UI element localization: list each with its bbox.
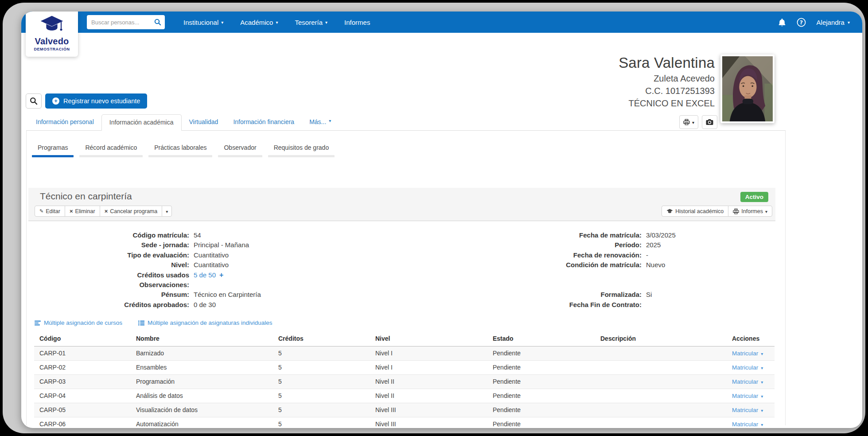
subtab-requisitos-grado[interactable]: Requisitos de grado [268,144,335,157]
tab-virtualidad[interactable]: Virtualidad [182,114,226,130]
academic-subtabs: Programas Récord académico Prácticas lab… [32,144,340,157]
matricular-button[interactable]: Matricular▾ [732,350,763,357]
graduation-cap-logo-icon [40,15,64,34]
chevron-down-icon: ▾ [761,409,763,413]
menu-academico[interactable]: Académico▾ [240,19,278,26]
menu-institucional[interactable]: Institucional▾ [183,19,223,26]
col-nombre: Nombre [131,331,273,346]
fecha-renovacion-value: - [646,251,648,259]
logo-subtitle: DEMOSTRACIÓN [26,47,78,51]
col-estado: Estado [487,331,595,346]
col-acciones: Acciones [727,331,775,346]
program-details-right: Fecha de matrícula:3/03/2025 Período:202… [479,231,676,311]
student-actions: + Registrar nuevo estudiante [26,93,147,109]
user-name: Alejandra [817,19,845,26]
multiple-course-assignment-link[interactable]: Múltiple asignación de cursos [35,319,122,326]
fecha-matricula-value: 3/03/2025 [646,231,676,239]
table-row: CARP-04Análisis de datos5Nivel IIPendien… [34,389,775,403]
subtab-observador[interactable]: Observador [218,144,262,157]
user-menu[interactable]: Alejandra▾ [817,19,850,26]
edit-program-button[interactable]: ✎Editar [35,206,65,217]
matricular-button[interactable]: Matricular▾ [732,421,763,428]
chevron-down-icon: ▾ [329,119,331,131]
tab-informacion-financiera[interactable]: Información financiera [226,114,302,130]
menu-tesoreria[interactable]: Tesorería▾ [295,19,327,26]
printer-icon [733,208,739,214]
photo-camera-button[interactable] [702,115,717,129]
pencil-icon: ✎ [39,209,43,214]
chevron-down-icon: ▾ [325,20,327,25]
program-toolbar-right: Historial académico Informes ▾ [662,206,772,217]
multiple-subject-assignment-link[interactable]: Múltiple asignación de asignaturas indiv… [138,319,272,326]
courses-table: Código Nombre Créditos Nivel Estado Desc… [34,331,775,428]
col-nivel: Nivel [370,331,487,346]
program-title: Técnico en carpintería [40,191,132,202]
matricular-button[interactable]: Matricular▾ [732,378,763,385]
chevron-down-icon: ▾ [276,20,278,25]
device-frame: Institucional▾ Académico▾ Tesorería▾ Inf… [3,3,865,433]
list-icon [138,320,144,326]
matricular-button[interactable]: Matricular▾ [732,393,763,399]
main-tabs: Información personal Información académi… [26,114,786,131]
table-row: CARP-05Visualización de datos5Nivel IIIP… [34,403,775,417]
header-buttons: ▾ [679,115,717,129]
svg-text:?: ? [799,19,802,25]
menu-informes[interactable]: Informes [344,19,370,26]
creditos-aprobados-value: 0 de 30 [194,301,216,308]
chevron-down-icon: ▾ [761,394,763,399]
col-descripcion: Descripción [595,331,727,346]
tab-informacion-academica[interactable]: Información académica [101,114,182,131]
student-photo [720,54,775,123]
pensum-value: Técnico en Carpintería [194,291,261,298]
student-document: C.C. 1017251393 [493,85,715,97]
student-photo-image [722,56,773,121]
student-program-label: TÉCNICO EN EXCEL [493,97,715,109]
top-navbar: Institucional▾ Académico▾ Tesorería▾ Inf… [21,12,862,33]
col-codigo: Código [34,331,131,346]
chevron-down-icon: ▾ [166,210,168,214]
subtab-programas[interactable]: Programas [32,144,74,157]
graduation-cap-icon [666,209,673,214]
close-icon: × [105,208,108,214]
matricular-button[interactable]: Matricular▾ [732,364,763,371]
search-icon [30,97,38,105]
reports-button[interactable]: Informes ▾ [728,206,772,217]
app-window: Institucional▾ Académico▾ Tesorería▾ Inf… [21,12,862,428]
condicion-matricula-value: Nuevo [646,261,665,269]
tab-informacion-personal[interactable]: Información personal [28,114,101,130]
main-menu: Institucional▾ Académico▾ Tesorería▾ Inf… [183,12,370,33]
app-logo[interactable]: Valvedo DEMOSTRACIÓN [26,12,78,57]
subtab-practicas-laborales[interactable]: Prácticas laborales [148,144,212,157]
chevron-down-icon: ▾ [221,20,223,25]
camera-icon [706,119,713,125]
search-input[interactable] [91,19,154,26]
table-row: CARP-02Ensambles5Nivel IPendiente Matric… [34,360,775,374]
student-first-names: Sara Valentina [493,54,715,72]
table-row: CARP-03Programación5Nivel IIPendiente Ma… [34,374,775,389]
add-credits-icon[interactable]: + [219,271,223,279]
help-icon[interactable]: ? [797,18,806,27]
tab-mas[interactable]: Más...▾ [302,114,339,130]
print-button[interactable]: ▾ [679,115,698,129]
table-row: CARP-01Barnizado5Nivel IPendiente Matric… [34,346,775,360]
cancel-program-button[interactable]: ×Cancelar programa [100,206,163,217]
subtab-record-academico[interactable]: Récord académico [79,144,143,157]
register-student-button[interactable]: + Registrar nuevo estudiante [45,93,147,109]
matricular-button[interactable]: Matricular▾ [732,407,763,413]
table-header-row: Código Nombre Créditos Nivel Estado Desc… [34,331,775,346]
student-last-names: Zuleta Acevedo [493,73,715,84]
people-search [87,15,165,29]
periodo-value: 2025 [646,241,661,249]
more-program-actions-button[interactable]: ▾ [162,206,172,217]
delete-program-button[interactable]: ×Eliminar [65,206,100,217]
open-search-button[interactable] [26,93,42,109]
academic-history-button[interactable]: Historial académico [662,206,728,217]
notifications-bell-icon[interactable] [778,18,786,27]
formalizada-value: Si [646,291,652,298]
status-badge: Activo [740,192,768,202]
search-icon[interactable] [154,19,161,26]
chevron-down-icon: ▾ [692,121,694,125]
chevron-down-icon: ▾ [848,20,850,25]
creditos-usados-value[interactable]: 5 de 50 [194,271,216,279]
col-creditos: Créditos [273,331,370,346]
